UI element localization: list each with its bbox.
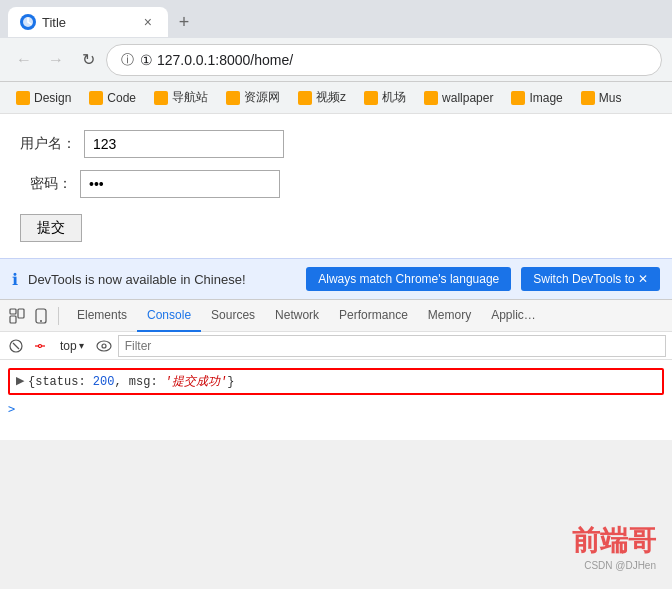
- username-label: 用户名：: [20, 135, 76, 153]
- console-text: {status: 200, msg: '提交成功'}: [28, 373, 234, 390]
- bookmark-label: Mus: [599, 91, 622, 105]
- expand-arrow-icon[interactable]: ▶: [16, 374, 24, 387]
- svg-point-5: [40, 320, 42, 322]
- devtools-mobile-icon[interactable]: [32, 307, 50, 325]
- address-bar[interactable]: ⓘ ① 127.0.0.1:8000/home/: [106, 44, 662, 76]
- tab-memory[interactable]: Memory: [418, 300, 481, 332]
- bookmark-label: 资源网: [244, 89, 280, 106]
- tab-sources[interactable]: Sources: [201, 300, 265, 332]
- tab-favicon: [20, 14, 36, 30]
- bookmark-image[interactable]: Image: [503, 88, 570, 108]
- svg-rect-1: [10, 309, 16, 314]
- tab-title: Title: [42, 15, 134, 30]
- console-brace-close: }: [227, 375, 234, 389]
- tab-application-label: Applic…: [491, 308, 536, 322]
- console-brace-open: {status:: [28, 375, 93, 389]
- tab-console[interactable]: Console: [137, 300, 201, 332]
- log-level-select[interactable]: top ▾: [54, 337, 90, 355]
- console-output: ▶ {status: 200, msg: '提交成功'} >: [0, 360, 672, 440]
- bookmark-icon: [154, 91, 168, 105]
- reload-button[interactable]: ↻: [74, 46, 102, 74]
- console-eye-icon[interactable]: [94, 336, 114, 356]
- tab-elements-label: Elements: [77, 308, 127, 322]
- bookmark-nav[interactable]: 导航站: [146, 86, 216, 109]
- console-status-value: 200: [93, 375, 115, 389]
- bookmark-icon: [16, 91, 30, 105]
- match-language-button[interactable]: Always match Chrome's language: [306, 267, 511, 291]
- reload-icon: ↻: [82, 50, 95, 69]
- bookmark-code[interactable]: Code: [81, 88, 144, 108]
- url-text: ① 127.0.0.1:8000/home/: [140, 52, 647, 68]
- tab-sources-label: Sources: [211, 308, 255, 322]
- bookmarks-bar: Design Code 导航站 资源网 视频z 机场 wallpaper Im: [0, 82, 672, 114]
- page-content: 用户名： 密码： 提交: [0, 114, 672, 258]
- svg-point-8: [39, 344, 42, 347]
- username-input[interactable]: [84, 130, 284, 158]
- level-label: top: [60, 339, 77, 353]
- bookmark-airport[interactable]: 机场: [356, 86, 414, 109]
- back-button[interactable]: ←: [10, 46, 38, 74]
- watermark-sub: CSDN @DJHen: [572, 560, 656, 571]
- bookmark-label: 视频z: [316, 89, 346, 106]
- bookmark-icon: [424, 91, 438, 105]
- devtools-tab-bar: Elements Console Sources Network Perform…: [0, 300, 672, 332]
- bookmark-icon: [581, 91, 595, 105]
- filter-input[interactable]: [118, 335, 666, 357]
- forward-icon: →: [48, 51, 64, 69]
- bookmark-label: 导航站: [172, 89, 208, 106]
- tab-close-button[interactable]: ×: [140, 12, 156, 32]
- bookmark-video[interactable]: 视频z: [290, 86, 354, 109]
- bookmark-wallpaper[interactable]: wallpaper: [416, 88, 501, 108]
- password-input[interactable]: [80, 170, 280, 198]
- console-toolbar: top ▾: [0, 332, 672, 360]
- banner-message: DevTools is now available in Chinese!: [28, 272, 296, 287]
- back-icon: ←: [16, 51, 32, 69]
- watermark-text: 前端哥: [572, 522, 656, 560]
- console-filter-icon[interactable]: [30, 336, 50, 356]
- tab-bar: Title × +: [0, 0, 672, 38]
- bookmark-label: Code: [107, 91, 136, 105]
- watermark: 前端哥 CSDN @DJHen: [572, 522, 656, 571]
- bookmark-label: 机场: [382, 89, 406, 106]
- bookmark-design[interactable]: Design: [8, 88, 79, 108]
- devtools-inspect-icon[interactable]: [8, 307, 26, 325]
- forward-button[interactable]: →: [42, 46, 70, 74]
- devtools-icon-group: [8, 307, 59, 325]
- console-sep: , msg:: [114, 375, 164, 389]
- console-msg-value: '提交成功': [165, 375, 227, 389]
- info-icon: ℹ: [12, 270, 18, 289]
- bookmark-music[interactable]: Mus: [573, 88, 630, 108]
- password-row: 密码：: [20, 170, 652, 198]
- svg-rect-3: [10, 316, 16, 323]
- svg-line-7: [13, 343, 19, 349]
- secure-icon: ⓘ: [121, 51, 134, 69]
- bookmark-icon: [364, 91, 378, 105]
- devtools-panel: Elements Console Sources Network Perform…: [0, 299, 672, 440]
- devtools-banner: ℹ DevTools is now available in Chinese! …: [0, 258, 672, 299]
- active-tab[interactable]: Title ×: [8, 7, 168, 37]
- browser-window: Title × + ← → ↻ ⓘ ① 127.0.0.1:8000/home/…: [0, 0, 672, 589]
- svg-point-11: [97, 341, 111, 351]
- bookmark-icon: [511, 91, 525, 105]
- console-prompt[interactable]: >: [0, 399, 672, 419]
- bookmark-resource[interactable]: 资源网: [218, 86, 288, 109]
- dropdown-arrow-icon: ▾: [79, 340, 84, 351]
- svg-rect-2: [18, 309, 24, 318]
- navigation-bar: ← → ↻ ⓘ ① 127.0.0.1:8000/home/: [0, 38, 672, 82]
- username-row: 用户名：: [20, 130, 652, 158]
- tab-network[interactable]: Network: [265, 300, 329, 332]
- tab-elements[interactable]: Elements: [67, 300, 137, 332]
- new-tab-button[interactable]: +: [172, 10, 196, 34]
- bookmark-label: Image: [529, 91, 562, 105]
- switch-devtools-button[interactable]: Switch DevTools to ✕: [521, 267, 660, 291]
- bookmark-icon: [89, 91, 103, 105]
- password-label: 密码：: [20, 175, 72, 193]
- bookmark-icon: [226, 91, 240, 105]
- console-entry[interactable]: ▶ {status: 200, msg: '提交成功'}: [8, 368, 664, 395]
- tab-performance[interactable]: Performance: [329, 300, 418, 332]
- submit-button[interactable]: 提交: [20, 214, 82, 242]
- console-clear-icon[interactable]: [6, 336, 26, 356]
- tab-memory-label: Memory: [428, 308, 471, 322]
- tab-application[interactable]: Applic…: [481, 300, 546, 332]
- tab-console-label: Console: [147, 308, 191, 322]
